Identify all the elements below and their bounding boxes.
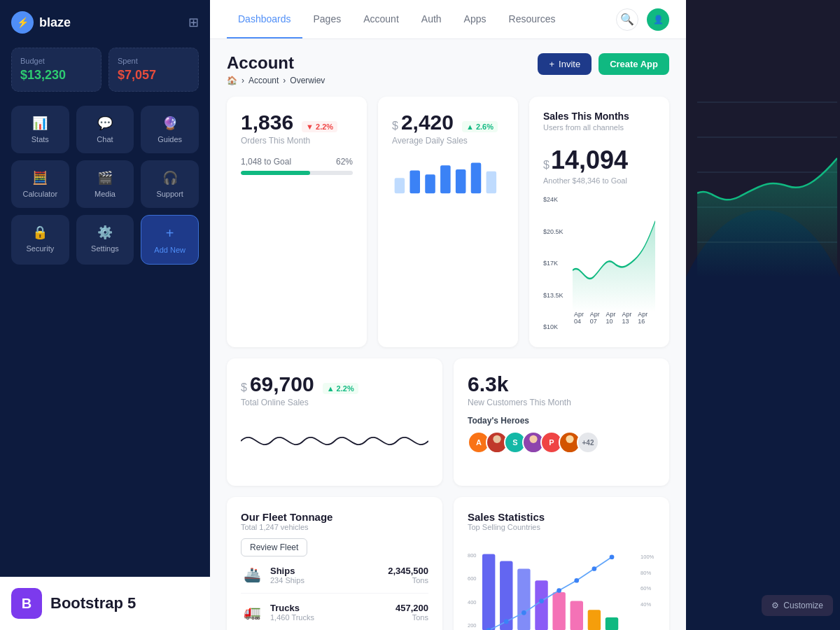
x-axis-label-3: Apr 10	[606, 311, 622, 325]
sidebar-label-support: Support	[156, 190, 183, 198]
daily-sales-card: $ 2,420 ▲ 2.6% Average Daily Sales	[378, 97, 518, 347]
invite-button[interactable]: + Invite	[538, 53, 592, 75]
sidebar-item-calculator[interactable]: Calculator	[11, 160, 69, 208]
create-app-button[interactable]: Create App	[598, 53, 669, 75]
sidebar-item-guides[interactable]: Guides	[141, 106, 199, 153]
sidebar-item-settings[interactable]: Settings	[76, 215, 134, 265]
sales-stats-title: Sales Statistics	[468, 511, 655, 523]
sales-month-title: Sales This Months	[543, 111, 655, 122]
customers-card: 6.3k New Customers This Month Today's He…	[454, 358, 669, 486]
tab-resources[interactable]: Resources	[498, 1, 567, 38]
sliders-icon: ⚙	[771, 601, 779, 610]
top-nav: Dashboards Pages Account Auth Apps Resou…	[210, 0, 686, 39]
sales-goal: Another $48,346 to Goal	[543, 176, 655, 185]
nav-tabs: Dashboards Pages Account Auth Apps Resou…	[227, 1, 566, 38]
chat-icon	[97, 115, 113, 131]
svg-text:200: 200	[468, 622, 477, 629]
wave-chart	[241, 413, 428, 472]
y-axis-label-5: $10K	[543, 323, 568, 330]
logo-text: blaze	[39, 15, 71, 30]
sidebar-item-stats[interactable]: Stats	[11, 106, 69, 153]
stats-row-2: $ 69,700 ▲ 2.2% Total Online Sales 6.3k …	[227, 358, 669, 486]
breadcrumb-home: 🏠	[227, 76, 237, 85]
sales-month-sub: Users from all channels	[543, 123, 655, 132]
right-panel: ⚙ Customize	[686, 0, 840, 630]
x-axis-label-5: Apr 16	[638, 311, 654, 325]
breadcrumb: 🏠 › Account › Overwiev	[227, 76, 325, 85]
mini-bar-chart	[392, 154, 504, 202]
tab-apps[interactable]: Apps	[453, 1, 498, 38]
budget-value: $13,230	[20, 68, 92, 83]
svg-point-9	[529, 435, 537, 443]
tab-auth[interactable]: Auth	[410, 1, 453, 38]
progress-section: 1,048 to Goal 62%	[241, 157, 353, 175]
svg-point-26	[504, 620, 509, 624]
svg-rect-24	[606, 617, 618, 630]
tab-dashboards[interactable]: Dashboards	[227, 1, 302, 38]
orders-label: Orders This Month	[241, 136, 353, 146]
progress-fill	[241, 171, 310, 175]
svg-point-31	[592, 566, 597, 571]
svg-rect-5	[471, 163, 482, 194]
review-fleet-button[interactable]: Review Fleet	[241, 538, 307, 556]
logo: ⚡ blaze	[11, 11, 71, 34]
sidebar-item-support[interactable]: Support	[141, 160, 199, 208]
menu-icon[interactable]: ⊞	[188, 15, 199, 30]
orders-badge: ▼ 2.2%	[302, 121, 337, 132]
svg-rect-17	[482, 554, 495, 630]
x-axis-label-4: Apr 13	[622, 311, 638, 325]
nav-grid: Stats Chat Guides Calculator Media Suppo…	[11, 106, 199, 265]
customize-button[interactable]: ⚙ Customize	[762, 595, 833, 616]
fleet-card: Our Fleet Tonnage Total 1,247 vehicles R…	[227, 497, 442, 630]
sidebar-item-security[interactable]: Security	[11, 215, 69, 265]
green-line-chart: $24K $20.5K $17K $13.5K $10K	[543, 193, 655, 333]
customers-value: 6.3k	[468, 372, 655, 396]
avatar-more: +42	[577, 431, 599, 454]
progress-goal-label: 1,048 to Goal	[241, 157, 291, 167]
sales-dollar: $	[543, 159, 550, 172]
svg-point-27	[522, 610, 526, 615]
user-avatar[interactable]: 👤	[647, 8, 669, 31]
ships-unit: Tons	[388, 576, 428, 584]
tab-account[interactable]: Account	[352, 1, 410, 38]
online-sales-card: $ 69,700 ▲ 2.2% Total Online Sales	[227, 358, 442, 486]
heroes-section: Today's Heroes A S P	[468, 416, 655, 454]
content-header: Account 🏠 › Account › Overwiev + Invite …	[227, 53, 669, 85]
sidebar-label-stats: Stats	[31, 135, 49, 144]
trucks-unit: Tons	[396, 613, 428, 622]
top-right: 🔍 👤	[616, 8, 669, 31]
sidebar-item-add-new[interactable]: Add New	[141, 215, 199, 265]
x-axis-label-1: Apr 04	[574, 311, 590, 325]
svg-text:60%: 60%	[640, 585, 651, 592]
search-button[interactable]: 🔍	[616, 8, 638, 31]
trucks-name: Trucks	[270, 603, 314, 613]
svg-point-8	[491, 444, 504, 453]
y-axis-label-3: $17K	[543, 260, 568, 267]
sidebar-item-chat[interactable]: Chat	[76, 106, 134, 153]
guides-icon	[162, 115, 178, 131]
sidebar-label-add: Add New	[154, 246, 186, 254]
y-axis-label-2: $20.5K	[543, 228, 568, 235]
budget-label: Budget	[20, 57, 92, 65]
ships-value: 2,345,500 Tons	[388, 566, 428, 584]
heroes-label: Today's Heroes	[468, 416, 655, 426]
svg-point-10	[527, 444, 540, 453]
svg-rect-3	[440, 165, 451, 193]
main-content: Dashboards Pages Account Auth Apps Resou…	[210, 0, 686, 630]
svg-point-11	[566, 435, 573, 443]
daily-value: 2,420	[401, 111, 454, 134]
ships-amount: 2,345,500	[388, 566, 428, 576]
ships-name: Ships	[270, 566, 304, 576]
sidebar-header: ⚡ blaze ⊞	[11, 11, 199, 34]
sales-stats-sub: Top Selling Countries	[468, 523, 655, 531]
spent-value: $7,057	[118, 68, 190, 83]
sidebar-label-media: Media	[94, 190, 115, 198]
svg-rect-21	[552, 592, 565, 630]
svg-point-12	[564, 444, 577, 453]
tab-pages[interactable]: Pages	[302, 1, 353, 38]
online-prefix: $	[241, 382, 247, 394]
sidebar-item-media[interactable]: Media	[76, 160, 134, 208]
budget-cards: Budget $13,230 Spent $7,057	[11, 48, 199, 92]
svg-text:100%: 100%	[640, 554, 654, 560]
progress-percent: 62%	[336, 157, 353, 167]
